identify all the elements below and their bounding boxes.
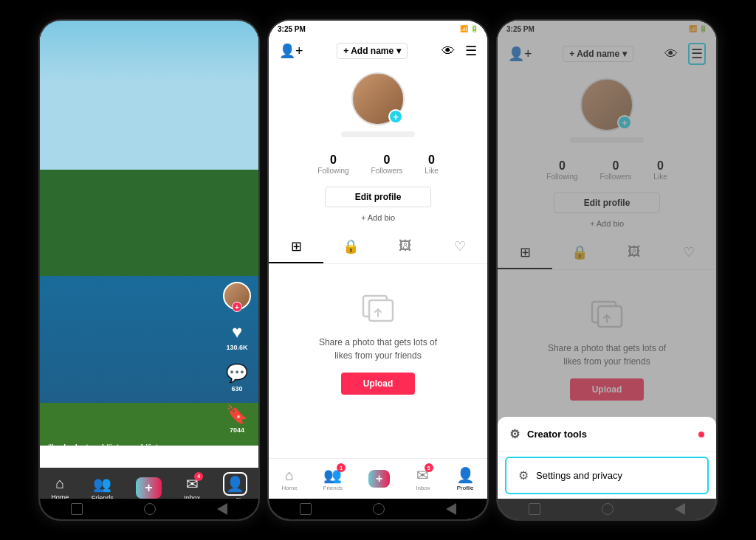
recent-apps-btn[interactable]: [71, 503, 83, 515]
profile-icon: 👤: [456, 466, 475, 484]
inbox-badge: 5: [425, 463, 433, 472]
creator-tools-item[interactable]: ⚙ Creator tools: [498, 417, 716, 452]
p2-nav-friends[interactable]: 👥 1 Friends: [323, 466, 343, 491]
comment-button[interactable]: 💬 630: [226, 363, 248, 392]
nav-inbox[interactable]: ✉ 4 Inbox: [184, 475, 200, 502]
tab-grid[interactable]: ⊞: [269, 231, 323, 263]
add-name-button[interactable]: + Add name ▾: [337, 43, 408, 59]
settings-icon: ⚙: [518, 468, 529, 482]
follow-plus-icon[interactable]: +: [232, 302, 242, 312]
inbox-badge: 4: [194, 472, 203, 481]
p2-nav-profile[interactable]: 👤 Profile: [456, 466, 475, 491]
tab-lock[interactable]: 🔒: [323, 231, 378, 263]
settings-label: Settings and privacy: [536, 470, 622, 481]
empty-title: Share a photo that gets lots of likes fr…: [319, 336, 437, 362]
nav-friends[interactable]: 👥 Friends: [92, 475, 114, 502]
status-icons: 📶 🔋: [460, 25, 478, 32]
like-button[interactable]: ♥ 130.6K: [226, 322, 247, 351]
avatar[interactable]: +: [223, 282, 251, 310]
avatar-section: +: [269, 65, 487, 145]
add-account-icon[interactable]: 👤+: [279, 43, 303, 59]
home-icon: ⌂: [55, 475, 64, 492]
hashtags-text: #lowbudgetpool #intexpool #intex #pimpmy…: [47, 443, 214, 463]
back-btn[interactable]: [446, 503, 456, 515]
home-btn[interactable]: [144, 503, 156, 515]
followers-stat: 0 Followers: [371, 153, 403, 175]
add-icon: +: [136, 477, 162, 499]
nav-home[interactable]: ⌂ Home: [51, 475, 69, 501]
home-icon: ⌂: [285, 467, 294, 484]
upload-button[interactable]: Upload: [341, 373, 416, 395]
p2-nav-add[interactable]: +: [368, 470, 390, 488]
menu-sheet: ⚙ Creator tools ⚙ Settings and privacy: [498, 417, 716, 499]
bookmark-button[interactable]: 🔖 7044: [226, 404, 248, 434]
p2-nav-home[interactable]: ⌂ Home: [281, 467, 297, 491]
status-bar: 3:25 PM 📶 🔋: [269, 21, 487, 37]
creator-tools-label: Creator tools: [527, 429, 587, 440]
upload-icon: [356, 286, 400, 327]
phones-container: 3:24 PM 📶 🔋 LIVE Following For You 🔍 +: [24, 4, 732, 536]
creator-tools-icon: ⚙: [509, 427, 520, 441]
system-bar: [269, 499, 487, 519]
bottom-nav: ⌂ Home 👥 1 Friends + ✉ 5 Inbox 👤: [269, 458, 487, 499]
tab-photo[interactable]: 🖼: [378, 231, 433, 263]
notification-dot: [698, 432, 704, 437]
video-actions: + ♥ 130.6K 💬 630 🔖 7044 ↗ 4914: [223, 282, 251, 475]
tab-liked[interactable]: ♡: [433, 231, 487, 263]
edit-profile-button[interactable]: Edit profile: [325, 187, 432, 207]
eye-icon[interactable]: 👁: [441, 44, 455, 59]
system-bar: [40, 499, 258, 519]
friends-icon: 👥: [93, 475, 111, 493]
nav-add[interactable]: +: [136, 477, 162, 499]
recent-apps-btn[interactable]: [300, 503, 312, 515]
following-stat: 0 Following: [317, 153, 348, 175]
phone-feed: 3:24 PM 📶 🔋 LIVE Following For You 🔍 +: [38, 19, 260, 521]
friends-badge: 1: [337, 463, 346, 472]
profile-avatar[interactable]: +: [351, 72, 405, 125]
likes-stat: 0 Like: [425, 153, 438, 175]
svg-rect-1: [369, 300, 393, 321]
phone-menu: 3:25 PM 📶 🔋 👤+ + Add name ▾ 👁 ☰: [496, 19, 718, 521]
add-icon: +: [368, 470, 390, 488]
profile-screen: 3:25 PM 📶 🔋 👤+ + Add name ▾ 👁 ☰: [269, 21, 487, 519]
username-placeholder: [341, 131, 415, 137]
profile-icon: 👤: [226, 476, 244, 492]
empty-content: Share a photo that gets lots of likes fr…: [269, 264, 487, 417]
settings-item[interactable]: ⚙ Settings and privacy: [505, 457, 709, 494]
status-time: 3:25 PM: [278, 25, 306, 33]
back-btn[interactable]: [217, 503, 227, 515]
p2-nav-inbox[interactable]: ✉ 5 Inbox: [416, 466, 430, 491]
stats-row: 0 Following 0 Followers 0 Like: [269, 153, 487, 175]
menu-screen: 3:25 PM 📶 🔋 👤+ + Add name ▾ 👁 ☰: [498, 21, 716, 519]
phone-profile: 3:25 PM 📶 🔋 👤+ + Add name ▾ 👁 ☰: [267, 19, 489, 521]
menu-icon[interactable]: ☰: [465, 43, 477, 59]
see-more[interactable]: See more: [159, 454, 190, 462]
add-bio-button[interactable]: + Add bio: [361, 213, 395, 222]
profile-content-tabs: ⊞ 🔒 🖼 ♡: [269, 231, 487, 264]
home-btn[interactable]: [373, 503, 385, 515]
profile-header: 👤+ + Add name ▾ 👁 ☰: [269, 37, 487, 65]
avatar-add-icon[interactable]: +: [388, 109, 403, 124]
